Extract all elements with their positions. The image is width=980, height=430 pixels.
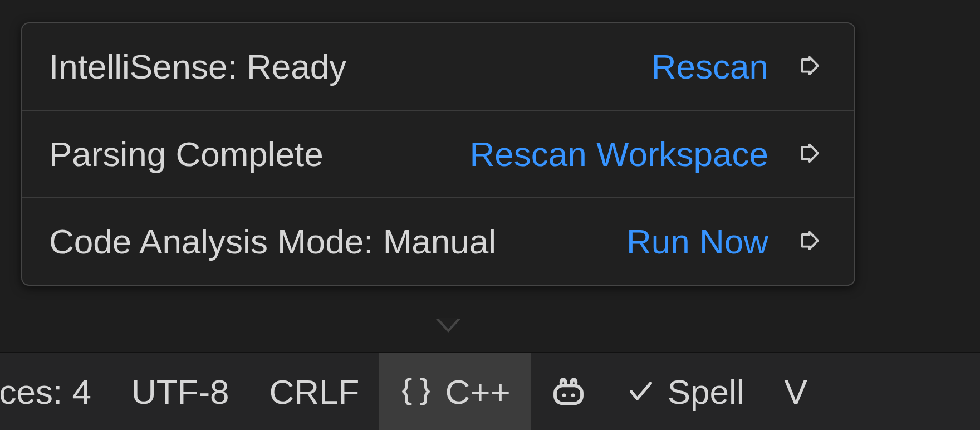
svg-point-2 xyxy=(571,393,574,397)
eol-label: CRLF xyxy=(270,372,360,412)
run-now-action[interactable]: Run Now xyxy=(626,222,768,261)
pin-icon[interactable] xyxy=(794,138,827,171)
pin-icon[interactable] xyxy=(794,50,827,84)
intellisense-status-label: IntelliSense: Ready xyxy=(49,47,346,86)
check-icon xyxy=(626,377,655,406)
eol-status[interactable]: CRLF xyxy=(249,353,380,430)
svg-point-1 xyxy=(562,393,565,397)
copilot-status[interactable] xyxy=(531,353,606,430)
indentation-status[interactable]: aces: 4 xyxy=(0,353,111,430)
pin-icon[interactable] xyxy=(794,225,827,258)
trailing-status-item[interactable]: V xyxy=(765,353,807,430)
code-analysis-status-row: Code Analysis Mode: Manual Run Now xyxy=(22,198,854,285)
spell-check-label: Spell xyxy=(668,372,744,412)
status-bar: aces: 4 UTF-8 CRLF C++ xyxy=(0,352,980,430)
copilot-icon xyxy=(551,374,586,409)
indentation-label: aces: 4 xyxy=(0,372,91,412)
spell-check-status[interactable]: Spell xyxy=(606,353,765,430)
popup-pointer xyxy=(436,319,460,333)
rescan-workspace-action[interactable]: Rescan Workspace xyxy=(470,134,768,174)
language-status-popup: IntelliSense: Ready Rescan Parsing Compl… xyxy=(21,22,855,286)
intellisense-status-row: IntelliSense: Ready Rescan xyxy=(22,23,854,111)
parsing-row-actions: Rescan Workspace xyxy=(470,134,827,174)
parsing-status-row: Parsing Complete Rescan Workspace xyxy=(22,111,854,198)
language-mode-status[interactable]: C++ xyxy=(379,353,530,430)
parsing-status-label: Parsing Complete xyxy=(49,134,324,174)
language-mode-label: C++ xyxy=(445,372,510,412)
encoding-label: UTF-8 xyxy=(131,372,229,412)
code-analysis-status-label: Code Analysis Mode: Manual xyxy=(49,222,496,261)
encoding-status[interactable]: UTF-8 xyxy=(111,353,249,430)
intellisense-row-actions: Rescan xyxy=(651,47,827,86)
svg-rect-0 xyxy=(555,385,582,403)
rescan-action[interactable]: Rescan xyxy=(651,47,768,86)
trailing-status-label: V xyxy=(785,372,807,412)
code-analysis-row-actions: Run Now xyxy=(626,222,827,261)
braces-icon xyxy=(399,375,433,408)
